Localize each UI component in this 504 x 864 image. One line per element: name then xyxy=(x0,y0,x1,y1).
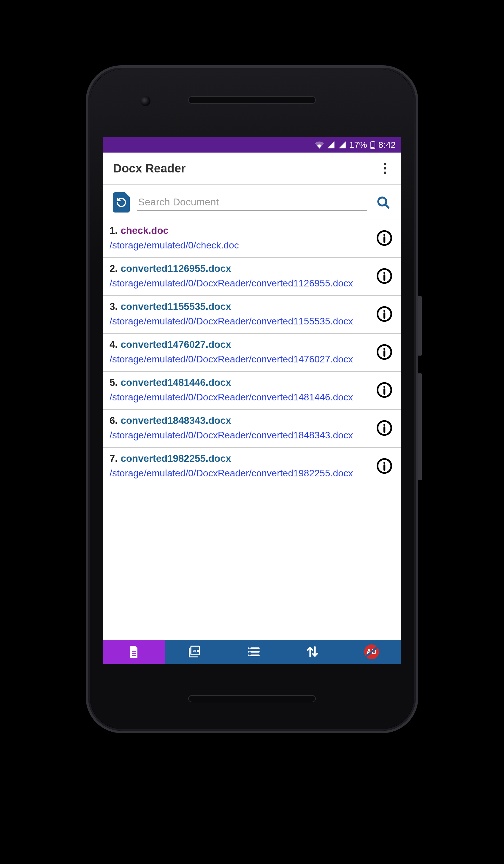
clock-time: 8:42 xyxy=(379,140,396,150)
app-title: Docx Reader xyxy=(113,162,186,175)
wifi-icon xyxy=(315,140,324,149)
document-row[interactable]: 2. converted1126955.docx /storage/emulat… xyxy=(103,258,401,296)
tab-sort[interactable] xyxy=(283,640,342,664)
document-row[interactable]: 4. converted1476027.docx /storage/emulat… xyxy=(103,334,401,372)
document-info-button[interactable] xyxy=(375,343,393,361)
tab-pdf[interactable]: PDF xyxy=(165,640,224,664)
document-row[interactable]: 5. converted1481446.docx /storage/emulat… xyxy=(103,372,401,410)
svg-point-15 xyxy=(384,348,386,350)
tab-list[interactable] xyxy=(224,640,283,664)
document-path: /storage/emulated/0/DocxReader/converted… xyxy=(109,429,370,441)
document-title: 3. converted1155535.docx xyxy=(109,301,370,312)
document-info: 4. converted1476027.docx /storage/emulat… xyxy=(109,339,370,365)
document-index: 1. xyxy=(109,225,118,236)
document-title: 7. converted1982255.docx xyxy=(109,453,370,464)
document-title: 6. converted1848343.docx xyxy=(109,415,370,426)
document-index: 6. xyxy=(109,415,118,426)
app-title-bar: Docx Reader xyxy=(103,153,401,184)
phone-frame: 17% 8:42 Docx Reader xyxy=(86,65,418,733)
document-filename: check.doc xyxy=(121,225,169,236)
document-title: 4. converted1476027.docx xyxy=(109,339,370,350)
document-path: /storage/emulated/0/check.doc xyxy=(109,239,370,251)
document-row[interactable]: 3. converted1155535.docx /storage/emulat… xyxy=(103,296,401,334)
document-index: 3. xyxy=(109,301,118,312)
tab-documents[interactable] xyxy=(103,640,165,664)
svg-point-24 xyxy=(384,462,386,464)
document-index: 4. xyxy=(109,339,118,350)
document-row[interactable]: 7. converted1982255.docx /storage/emulat… xyxy=(103,448,401,480)
signal-icon-1 xyxy=(327,141,335,149)
document-info-button[interactable] xyxy=(375,229,393,247)
search-button[interactable] xyxy=(374,193,392,211)
document-list[interactable]: 1. check.doc /storage/emulated/0/check.d… xyxy=(103,220,401,640)
svg-text:PDF: PDF xyxy=(193,649,200,653)
phone-side-button-1 xyxy=(418,296,422,356)
document-filename: converted1848343.docx xyxy=(121,415,231,426)
document-info-button[interactable] xyxy=(375,267,393,285)
document-info: 2. converted1126955.docx /storage/emulat… xyxy=(109,263,370,289)
document-filename: converted1126955.docx xyxy=(121,263,231,274)
document-index: 7. xyxy=(109,453,118,464)
earpiece-speaker xyxy=(188,96,316,104)
document-index: 5. xyxy=(109,377,118,388)
svg-point-30 xyxy=(248,651,250,653)
document-path: /storage/emulated/0/DocxReader/converted… xyxy=(109,467,370,479)
document-info-button[interactable] xyxy=(375,305,393,323)
search-row xyxy=(103,184,401,220)
document-info-button[interactable] xyxy=(375,419,393,437)
tab-remove-ads[interactable]: AD xyxy=(342,640,401,664)
svg-point-18 xyxy=(384,386,386,388)
svg-point-6 xyxy=(384,234,386,236)
document-filename: converted1476027.docx xyxy=(121,339,231,350)
front-camera xyxy=(140,96,151,106)
svg-rect-2 xyxy=(371,147,374,148)
signal-icon-2 xyxy=(338,141,346,149)
document-filename: converted1155535.docx xyxy=(121,301,231,312)
svg-point-12 xyxy=(384,310,386,312)
svg-point-9 xyxy=(384,272,386,274)
document-filename: converted1982255.docx xyxy=(121,453,231,464)
document-filename: converted1481446.docx xyxy=(121,377,231,388)
overflow-menu-button[interactable] xyxy=(379,159,391,177)
document-info: 5. converted1481446.docx /storage/emulat… xyxy=(109,377,370,403)
svg-point-21 xyxy=(384,424,386,426)
document-path: /storage/emulated/0/DocxReader/converted… xyxy=(109,391,370,403)
battery-percent: 17% xyxy=(349,140,367,150)
document-info: 6. converted1848343.docx /storage/emulat… xyxy=(109,415,370,441)
canvas: 17% 8:42 Docx Reader xyxy=(0,0,504,864)
document-info-button[interactable] xyxy=(375,457,393,475)
svg-point-32 xyxy=(248,655,250,656)
phone-side-button-2 xyxy=(418,373,422,480)
document-row[interactable]: 1. check.doc /storage/emulated/0/check.d… xyxy=(103,220,401,258)
svg-line-4 xyxy=(385,204,388,207)
document-info: 7. converted1982255.docx /storage/emulat… xyxy=(109,453,370,479)
document-row[interactable]: 6. converted1848343.docx /storage/emulat… xyxy=(103,410,401,448)
document-title: 1. check.doc xyxy=(109,225,370,236)
search-input[interactable] xyxy=(137,194,367,211)
history-icon[interactable] xyxy=(113,192,130,213)
battery-icon xyxy=(370,141,375,149)
android-status-bar: 17% 8:42 xyxy=(103,137,401,153)
screen: 17% 8:42 Docx Reader xyxy=(103,137,401,664)
document-title: 5. converted1481446.docx xyxy=(109,377,370,388)
document-info-button[interactable] xyxy=(375,381,393,399)
document-info: 1. check.doc /storage/emulated/0/check.d… xyxy=(109,225,370,251)
document-path: /storage/emulated/0/DocxReader/converted… xyxy=(109,353,370,365)
bottom-speaker xyxy=(188,695,316,702)
document-info: 3. converted1155535.docx /storage/emulat… xyxy=(109,301,370,327)
svg-rect-1 xyxy=(372,141,374,142)
document-path: /storage/emulated/0/DocxReader/converted… xyxy=(109,315,370,327)
ad-block-icon: AD xyxy=(364,644,379,659)
phone-inner: 17% 8:42 Docx Reader xyxy=(90,70,414,729)
bottom-tab-bar: PDF xyxy=(103,640,401,664)
document-title: 2. converted1126955.docx xyxy=(109,263,370,274)
document-path: /storage/emulated/0/DocxReader/converted… xyxy=(109,277,370,289)
svg-point-28 xyxy=(248,647,250,649)
document-index: 2. xyxy=(109,263,118,274)
